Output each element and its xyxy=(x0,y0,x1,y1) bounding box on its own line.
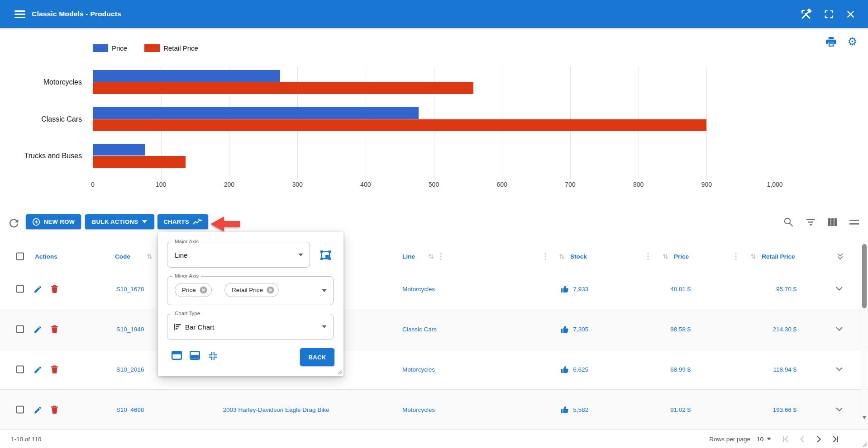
select-frame-icon[interactable] xyxy=(320,249,332,261)
x-tick-label: 600 xyxy=(497,181,507,188)
plus-circle-icon xyxy=(32,218,40,226)
row-chevron-down-icon[interactable] xyxy=(835,287,843,291)
menu-icon[interactable] xyxy=(14,10,25,18)
category-label: Motorcycles xyxy=(0,70,82,94)
panel-bottom-icon[interactable] xyxy=(190,351,200,360)
fit-screen-icon[interactable] xyxy=(208,351,218,361)
thumb-up-icon xyxy=(561,285,569,293)
chip-remove-icon[interactable] xyxy=(200,286,207,294)
row-chevron-down-icon[interactable] xyxy=(835,327,843,331)
row-checkbox[interactable] xyxy=(16,325,24,333)
delete-trash-icon[interactable] xyxy=(51,365,58,374)
col-line[interactable]: Line xyxy=(402,253,415,259)
edit-pencil-icon[interactable] xyxy=(33,406,42,414)
cell-code[interactable]: S10_2016 xyxy=(102,366,158,373)
col-code[interactable]: Code xyxy=(115,253,130,259)
table-row: S10_1678 Motorcycles 7,933 48.81 $ 95.70… xyxy=(0,269,868,309)
chip-price[interactable]: Price xyxy=(175,283,212,297)
print-icon[interactable] xyxy=(824,35,838,48)
stock-value: 6,625 xyxy=(573,366,588,373)
cell-line[interactable]: Motorcycles xyxy=(402,406,435,413)
new-row-button[interactable]: NEW ROW xyxy=(26,214,81,229)
bulk-actions-button[interactable]: BULK ACTIONS xyxy=(85,214,154,229)
cell-code[interactable]: S10_1678 xyxy=(102,286,158,292)
table-row: S10_1949 Classic Cars 7,305 98.58 $ 214.… xyxy=(0,309,868,349)
cell-retail-price: 193.66 $ xyxy=(724,406,796,413)
filter-icon[interactable] xyxy=(804,217,817,228)
double-chevron-down-icon[interactable] xyxy=(836,252,844,260)
sort-icon[interactable] xyxy=(147,253,153,259)
kebab-menu-icon[interactable] xyxy=(647,252,649,260)
kebab-menu-icon[interactable] xyxy=(440,252,442,260)
row-chevron-down-icon[interactable] xyxy=(835,367,843,372)
refresh-icon[interactable] xyxy=(6,216,21,231)
delete-trash-icon[interactable] xyxy=(51,285,58,293)
popup-resize-grip-icon[interactable] xyxy=(337,370,342,375)
view-columns-icon[interactable] xyxy=(826,217,839,228)
kebab-menu-icon[interactable] xyxy=(735,252,737,260)
first-page-icon[interactable] xyxy=(780,434,791,444)
vertical-scrollbar[interactable] xyxy=(861,243,867,423)
sort-icon[interactable] xyxy=(750,253,756,259)
x-tick-label: 800 xyxy=(633,181,644,188)
edit-pencil-icon[interactable] xyxy=(33,325,42,334)
rows-per-page-label: Rows per page xyxy=(709,436,750,443)
row-checkbox[interactable] xyxy=(16,406,24,414)
fullscreen-icon[interactable] xyxy=(822,7,836,21)
rows-per-page-select[interactable]: 10 xyxy=(757,436,771,443)
sort-icon[interactable] xyxy=(559,253,565,259)
chart-type-select[interactable]: Chart Type Bar Chart xyxy=(167,314,334,340)
cell-name[interactable]: 2003 Harley-Davidson Eagle Drag Bike xyxy=(170,406,382,413)
row-checkbox[interactable] xyxy=(16,285,24,293)
panel-top-icon[interactable] xyxy=(172,351,182,360)
cell-price: 68.99 $ xyxy=(629,366,691,373)
sort-icon[interactable] xyxy=(428,253,434,259)
charts-button[interactable]: CHARTS xyxy=(157,214,208,229)
legend-label: Retail Price xyxy=(163,44,198,52)
cell-line[interactable]: Motorcycles xyxy=(402,286,435,292)
thumb-up-icon xyxy=(561,365,569,373)
col-retail-price[interactable]: Retail Price xyxy=(762,253,795,259)
density-icon[interactable] xyxy=(848,217,861,227)
major-axis-select[interactable]: Major Axis Line xyxy=(167,242,310,268)
bar-retail-price xyxy=(93,82,473,94)
scrollbar-down-arrow[interactable] xyxy=(863,416,866,419)
row-chevron-down-icon[interactable] xyxy=(835,407,843,412)
minor-axis-select[interactable]: Minor Axis Price Retail Price xyxy=(167,276,334,305)
table-row: S10_2016 1996 Moto Guzzi 1100i Motorcycl… xyxy=(0,349,868,390)
next-page-icon[interactable] xyxy=(814,434,824,444)
row-checkbox[interactable] xyxy=(16,366,24,373)
delete-trash-icon[interactable] xyxy=(51,406,58,414)
cell-retail-price: 214.30 $ xyxy=(724,326,796,333)
cell-code[interactable]: S10_1949 xyxy=(102,326,158,333)
edit-pencil-icon[interactable] xyxy=(33,365,42,374)
close-icon[interactable] xyxy=(844,8,857,21)
gear-icon[interactable]: ⚙ xyxy=(845,34,859,49)
last-page-icon[interactable] xyxy=(830,434,841,444)
select-all-checkbox[interactable] xyxy=(16,252,24,260)
chip-retail-price[interactable]: Retail Price xyxy=(224,283,279,297)
cell-line[interactable]: Motorcycles xyxy=(402,366,435,373)
x-tick-label: 400 xyxy=(360,181,371,188)
col-price[interactable]: Price xyxy=(674,253,689,259)
cell-line[interactable]: Classic Cars xyxy=(402,326,437,333)
x-tick-label: 0 xyxy=(91,181,95,188)
back-button[interactable]: BACK xyxy=(300,348,334,366)
bar-chart-plot xyxy=(93,67,775,179)
sort-icon[interactable] xyxy=(663,253,668,259)
chart-legend: PriceRetail Price xyxy=(93,44,198,52)
search-icon[interactable] xyxy=(782,215,795,229)
cell-code[interactable]: S10_4698 xyxy=(102,406,158,413)
chip-remove-icon[interactable] xyxy=(267,286,274,294)
kebab-menu-icon[interactable] xyxy=(544,252,546,260)
scrollbar-thumb[interactable] xyxy=(862,244,867,308)
tools-icon[interactable] xyxy=(798,6,814,22)
charts-label: CHARTS xyxy=(163,218,189,225)
delete-trash-icon[interactable] xyxy=(51,325,58,334)
bar-retail-price xyxy=(93,156,186,168)
col-stock[interactable]: Stock xyxy=(570,253,587,259)
prev-page-icon[interactable] xyxy=(797,434,807,444)
resize-grip-icon[interactable] xyxy=(862,442,867,447)
minor-axis-label: Minor Axis xyxy=(172,273,201,278)
edit-pencil-icon[interactable] xyxy=(33,285,42,293)
